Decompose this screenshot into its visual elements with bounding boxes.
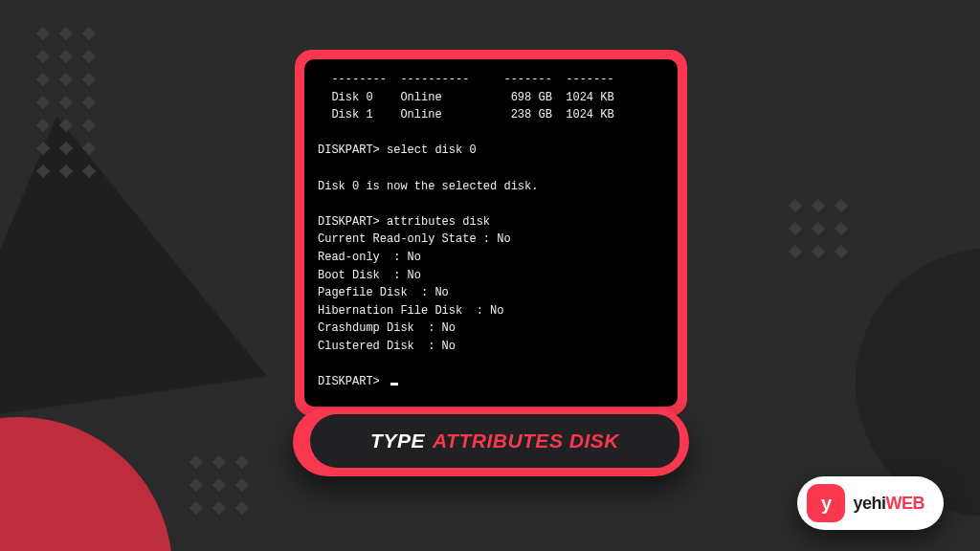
- terminal-output: -------- ---------- ------- ------- Disk…: [304, 59, 678, 407]
- caption-highlight: ATTRIBUTES DISK: [433, 430, 619, 452]
- attr-boot-disk: Boot Disk : No: [318, 269, 421, 282]
- decorative-dots-bottom-left: [191, 457, 247, 513]
- disk-row-0: Disk 0 Online 698 GB 1024 KB: [318, 91, 614, 104]
- command-select-disk: DISKPART> select disk 0: [318, 143, 477, 157]
- brand-badge: y: [807, 484, 845, 522]
- disk-table-rule: -------- ---------- ------- -------: [318, 73, 614, 86]
- terminal-frame: -------- ---------- ------- ------- Disk…: [295, 50, 687, 416]
- caption-lead: TYPE: [370, 430, 425, 452]
- attr-hibernation-disk: Hibernation File Disk : No: [318, 304, 503, 318]
- brand-name-plain: yehi: [853, 494, 885, 513]
- attr-clustered-disk: Clustered Disk : No: [318, 340, 456, 353]
- diskpart-prompt: DISKPART>: [318, 375, 380, 388]
- attr-crashdump-disk: Crashdump Disk : No: [318, 321, 456, 335]
- attr-read-only-state: Current Read-only State : No: [318, 232, 511, 246]
- attr-read-only: Read-only : No: [318, 251, 421, 264]
- select-disk-confirmation: Disk 0 is now the selected disk.: [318, 180, 538, 193]
- background-circle-red: [0, 417, 172, 551]
- attr-pagefile-disk: Pagefile Disk : No: [318, 286, 449, 299]
- instruction-caption-inner: TYPE ATTRIBUTES DISK: [310, 414, 679, 468]
- brand-logo: y yehiWEB: [797, 476, 944, 530]
- terminal-cursor: [390, 383, 398, 386]
- brand-badge-letter: y: [821, 493, 832, 515]
- brand-name: yehiWEB: [853, 494, 924, 514]
- command-attributes-disk: DISKPART> attributes disk: [318, 215, 490, 229]
- brand-name-accent: WEB: [886, 494, 925, 513]
- decorative-dots-top-left: [38, 29, 94, 176]
- decorative-dots-right: [791, 201, 846, 256]
- instruction-caption: TYPE ATTRIBUTES DISK: [293, 408, 689, 476]
- disk-row-1: Disk 1 Online 238 GB 1024 KB: [318, 108, 614, 121]
